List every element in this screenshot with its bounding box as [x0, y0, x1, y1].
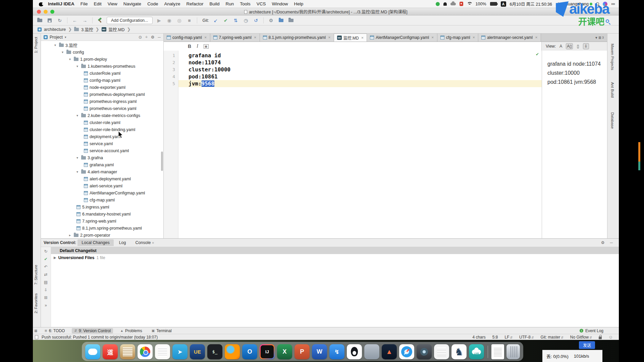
intellij-idea-app[interactable]: IJ: [260, 344, 275, 359]
tool-window-tab-database[interactable]: Database: [610, 112, 614, 129]
status-encoding[interactable]: UTF-8⇵: [519, 335, 534, 340]
tree-file-8.1.jvm.spring-prometheus.yaml[interactable]: 8.1.jvm.spring-prometheus.yaml: [41, 225, 163, 232]
tool-window-switcher-icon[interactable]: ▦: [34, 329, 37, 333]
code-line-1[interactable]: grafana id: [178, 52, 542, 59]
status-message[interactable]: Push successful: Pushed 1 commit to orig…: [42, 335, 158, 340]
tree-expanded-arrow-icon[interactable]: ▾: [69, 57, 74, 61]
document-icon[interactable]: [491, 344, 504, 359]
tree-file-config-map.yaml[interactable]: config-map.yaml: [41, 77, 163, 84]
breadcrumb-file[interactable]: 监控.MD: [109, 26, 125, 33]
rocket-app[interactable]: ▲: [382, 344, 397, 359]
word-app[interactable]: W: [312, 344, 327, 359]
menu-run[interactable]: Run: [226, 1, 234, 6]
view-scroll-sync-button[interactable]: ⇩: [583, 43, 589, 49]
menu-view[interactable]: View: [108, 1, 117, 6]
vcs-commit-icon[interactable]: ✔: [222, 17, 229, 24]
vcs-push-icon[interactable]: ⇅: [232, 17, 239, 24]
settings-gear-icon[interactable]: ⚙: [268, 17, 274, 24]
tree-expanded-arrow-icon[interactable]: ▾: [76, 156, 81, 160]
view-editor-only-button[interactable]: A: [558, 43, 564, 49]
project-panel-title[interactable]: Project: [50, 35, 63, 40]
menu-clock[interactable]: 6月10日 周三 21:50:36: [510, 1, 552, 7]
tool-window-terminal[interactable]: ▣Terminal: [149, 328, 174, 334]
tree-file-clusterRole.yaml[interactable]: clusterRole.yaml: [41, 70, 163, 77]
stop-icon[interactable]: ■: [186, 17, 193, 24]
hide-panel-icon[interactable]: ─: [158, 35, 161, 40]
tree-file-prometheus-service.yaml[interactable]: prometheus-service.yaml: [41, 105, 163, 112]
vcs-preview-diff-icon[interactable]: ▤: [44, 280, 48, 285]
vcs-settings-gear-icon[interactable]: ⚙: [601, 240, 605, 245]
tree-folder-2.prom-operator[interactable]: ▸2.prom-operator: [41, 232, 163, 238]
tree-expanded-arrow-icon[interactable]: ▾: [76, 114, 81, 117]
back-icon[interactable]: ←: [71, 17, 78, 24]
notes-app[interactable]: [155, 344, 170, 359]
camera-app[interactable]: [417, 344, 432, 359]
firefox-app[interactable]: [225, 344, 240, 359]
terminal-app[interactable]: $_: [207, 344, 222, 359]
menu-vcs[interactable]: VCS: [257, 1, 266, 6]
tool-window-version-control[interactable]: ⇵9: Version Control: [72, 328, 113, 334]
tree-file-prometheus-deployment.yaml[interactable]: prometheus-deployment.yaml: [41, 91, 163, 98]
menu-refactor[interactable]: Refactor: [186, 1, 203, 6]
vcs-more-icon[interactable]: »: [45, 303, 47, 308]
tree-file-alert-deployment.yaml[interactable]: alert-deployment.yaml: [41, 175, 163, 182]
gray-app[interactable]: [364, 344, 379, 359]
tab-log[interactable]: Log: [115, 239, 130, 246]
tool-window-tab-maven[interactable]: Maven Projects: [610, 44, 614, 70]
tree-file-AlertManagerConfigmap.yaml[interactable]: AlertManagerConfigmap.yaml: [41, 189, 163, 196]
code-block-button[interactable]: ▦: [204, 44, 209, 49]
editor-tab-8.1.jvm.spring-prometheus.yaml[interactable]: 8.1.jvm.spring-prometheus.yaml✕: [260, 34, 334, 42]
excel-app[interactable]: X: [277, 344, 292, 359]
local-history-icon[interactable]: ◷: [243, 17, 249, 24]
tree-file-service.yaml[interactable]: service.yaml: [41, 140, 163, 147]
bold-button[interactable]: B: [188, 44, 191, 49]
tree-expanded-arrow-icon[interactable]: ▾: [54, 43, 59, 47]
tree-folder-1.kubernetes-prometheus[interactable]: ▾1.kubernetes-prometheus: [41, 63, 163, 70]
vcs-refresh-icon[interactable]: ↻: [44, 249, 47, 254]
editor-tab-AlertManagerConfigmap.yaml[interactable]: AlertManagerConfigmap.yaml✕: [367, 34, 437, 42]
qq-app[interactable]: [347, 344, 362, 359]
tree-file-cfg-map.yaml[interactable]: cfg-map.yaml: [41, 196, 163, 203]
open-file-icon[interactable]: [36, 17, 43, 24]
wifi-icon[interactable]: [467, 2, 472, 6]
breadcrumb-project[interactable]: architecture: [44, 27, 66, 32]
close-icon[interactable]: ✕: [152, 241, 154, 245]
cloud-sync-icon[interactable]: [450, 3, 456, 5]
tree-expanded-arrow-icon[interactable]: ▾: [76, 64, 81, 68]
telegram-app[interactable]: ➤: [172, 344, 187, 359]
project-structure-icon[interactable]: [278, 17, 284, 24]
forward-icon[interactable]: →: [82, 17, 88, 24]
green-status-icon[interactable]: [436, 2, 440, 6]
tab-close-icon[interactable]: ✕: [361, 36, 364, 40]
collapse-all-icon[interactable]: ÷: [145, 35, 148, 40]
apple-menu-icon[interactable]: [39, 2, 43, 6]
editor-code[interactable]: grafana idnode:11074cluster:10000pod:108…: [178, 51, 542, 238]
menu-analyze[interactable]: Analyze: [164, 1, 180, 6]
editor-tab-监控.MD[interactable]: MD监控.MD✕: [334, 34, 367, 42]
coverage-icon[interactable]: ◎: [176, 17, 183, 24]
locate-file-icon[interactable]: ⊙: [139, 35, 142, 40]
editor-tab-cfg-map.yaml[interactable]: cfg-map.yaml✕: [437, 34, 479, 42]
code-line-4[interactable]: pod:10861: [178, 73, 542, 80]
status-caret-position[interactable]: 5:8: [492, 335, 498, 340]
tree-expanded-arrow-icon[interactable]: ▾: [76, 170, 81, 174]
hector-inspector-icon[interactable]: ☺: [608, 335, 613, 340]
tree-folder-3.grafna[interactable]: ▾3.grafna: [41, 154, 163, 161]
menu-file[interactable]: File: [80, 1, 88, 6]
debug-icon[interactable]: ◉: [166, 17, 173, 24]
tab-close-icon[interactable]: ✕: [473, 36, 475, 39]
tree-folder-3.监控[interactable]: ▾3.监控: [41, 42, 163, 49]
markdown-editor[interactable]: 12345 grafana idnode:11074cluster:10000p…: [164, 51, 542, 238]
tree-folder-2.kube-state-metrics-configs[interactable]: ▾2.kube-state-metrics-configs: [41, 112, 163, 119]
search-everywhere-icon[interactable]: [288, 17, 294, 24]
tab-console[interactable]: Console✕: [131, 239, 158, 246]
panel-settings-gear-icon[interactable]: ⚙: [151, 35, 155, 40]
tree-file-service-account.yaml[interactable]: service-account.yaml: [41, 147, 163, 154]
tool-window-problems[interactable]: ▲Problems: [118, 328, 145, 334]
ultraedit-app[interactable]: UE: [190, 344, 205, 359]
trash-icon[interactable]: [506, 344, 520, 359]
tree-folder-config[interactable]: ▾config: [41, 49, 163, 56]
tree-expanded-arrow-icon[interactable]: ▾: [62, 50, 66, 54]
breadcrumb-folder[interactable]: 3.监控: [81, 26, 93, 33]
tab-local-changes[interactable]: Local Changes: [77, 239, 113, 246]
